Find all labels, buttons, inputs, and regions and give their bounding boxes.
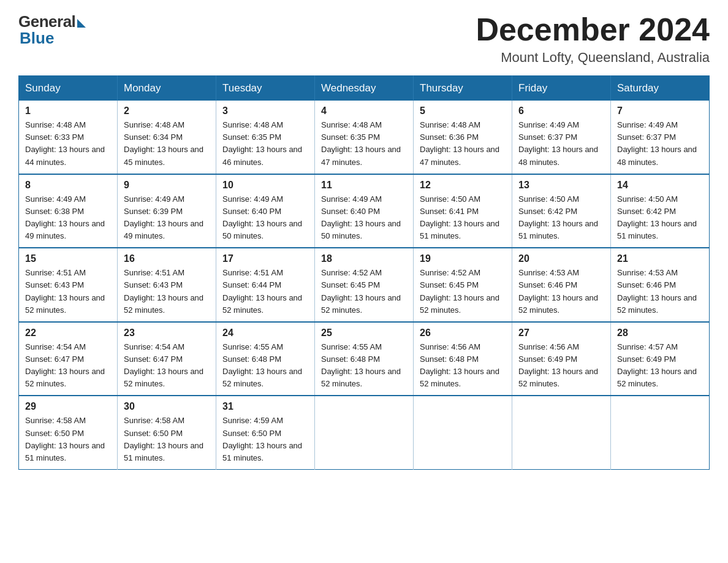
day-info: Sunrise: 4:49 AMSunset: 6:37 PMDaylight:…: [617, 120, 697, 166]
day-info: Sunrise: 4:50 AMSunset: 6:41 PMDaylight:…: [420, 194, 499, 240]
calendar-cell: 9Sunrise: 4:49 AMSunset: 6:39 PMDaylight…: [118, 174, 216, 248]
day-number: 5: [420, 105, 506, 117]
logo-blue-text: Blue: [18, 29, 54, 48]
day-info: Sunrise: 4:51 AMSunset: 6:43 PMDaylight:…: [124, 268, 203, 314]
day-info: Sunrise: 4:52 AMSunset: 6:45 PMDaylight:…: [321, 268, 401, 314]
day-number: 22: [25, 327, 111, 339]
calendar-cell: 22Sunrise: 4:54 AMSunset: 6:47 PMDayligh…: [19, 322, 118, 396]
day-number: 14: [617, 180, 703, 191]
day-number: 20: [518, 253, 604, 264]
calendar-cell: [512, 396, 611, 469]
day-info: Sunrise: 4:48 AMSunset: 6:35 PMDaylight:…: [321, 120, 401, 166]
day-info: Sunrise: 4:49 AMSunset: 6:39 PMDaylight:…: [124, 194, 203, 240]
calendar-cell: 25Sunrise: 4:55 AMSunset: 6:48 PMDayligh…: [315, 322, 414, 396]
calendar-cell: 26Sunrise: 4:56 AMSunset: 6:48 PMDayligh…: [414, 322, 512, 396]
day-info: Sunrise: 4:48 AMSunset: 6:33 PMDaylight:…: [25, 120, 105, 166]
day-info: Sunrise: 4:54 AMSunset: 6:47 PMDaylight:…: [124, 342, 203, 388]
day-info: Sunrise: 4:53 AMSunset: 6:46 PMDaylight:…: [617, 268, 697, 314]
day-number: 7: [617, 105, 703, 117]
logo-arrow-icon: [77, 19, 86, 28]
calendar-cell: [611, 396, 710, 469]
header-sunday: Sunday: [19, 76, 118, 101]
day-number: 17: [222, 253, 308, 264]
day-number: 13: [518, 180, 604, 191]
day-number: 10: [222, 180, 308, 191]
header-friday: Friday: [512, 76, 611, 101]
calendar-cell: 3Sunrise: 4:48 AMSunset: 6:35 PMDaylight…: [216, 101, 315, 174]
calendar-week-row: 15Sunrise: 4:51 AMSunset: 6:43 PMDayligh…: [19, 248, 710, 322]
day-number: 12: [420, 180, 506, 191]
day-info: Sunrise: 4:58 AMSunset: 6:50 PMDaylight:…: [25, 416, 105, 462]
calendar-week-row: 8Sunrise: 4:49 AMSunset: 6:38 PMDaylight…: [19, 174, 710, 248]
calendar-header-row: SundayMondayTuesdayWednesdayThursdayFrid…: [19, 76, 710, 101]
calendar-cell: 2Sunrise: 4:48 AMSunset: 6:34 PMDaylight…: [118, 101, 216, 174]
day-number: 2: [124, 105, 210, 117]
calendar-cell: 30Sunrise: 4:58 AMSunset: 6:50 PMDayligh…: [118, 396, 216, 469]
title-block: December 2024 Mount Lofty, Queensland, A…: [476, 12, 710, 66]
day-info: Sunrise: 4:51 AMSunset: 6:44 PMDaylight:…: [222, 268, 302, 314]
day-info: Sunrise: 4:49 AMSunset: 6:40 PMDaylight:…: [222, 194, 302, 240]
calendar-cell: 16Sunrise: 4:51 AMSunset: 6:43 PMDayligh…: [118, 248, 216, 322]
header-saturday: Saturday: [611, 76, 710, 101]
calendar-cell: 11Sunrise: 4:49 AMSunset: 6:40 PMDayligh…: [315, 174, 414, 248]
calendar-cell: 13Sunrise: 4:50 AMSunset: 6:42 PMDayligh…: [512, 174, 611, 248]
day-info: Sunrise: 4:49 AMSunset: 6:40 PMDaylight:…: [321, 194, 401, 240]
calendar-cell: 15Sunrise: 4:51 AMSunset: 6:43 PMDayligh…: [19, 248, 118, 322]
day-info: Sunrise: 4:56 AMSunset: 6:49 PMDaylight:…: [518, 342, 598, 388]
day-info: Sunrise: 4:58 AMSunset: 6:50 PMDaylight:…: [124, 416, 203, 462]
header-tuesday: Tuesday: [216, 76, 315, 101]
day-number: 24: [222, 327, 308, 339]
calendar-cell: 1Sunrise: 4:48 AMSunset: 6:33 PMDaylight…: [19, 101, 118, 174]
calendar-cell: 5Sunrise: 4:48 AMSunset: 6:36 PMDaylight…: [414, 101, 512, 174]
day-info: Sunrise: 4:48 AMSunset: 6:34 PMDaylight:…: [124, 120, 203, 166]
calendar-cell: 4Sunrise: 4:48 AMSunset: 6:35 PMDaylight…: [315, 101, 414, 174]
calendar-subtitle: Mount Lofty, Queensland, Australia: [476, 50, 710, 66]
calendar-cell: 7Sunrise: 4:49 AMSunset: 6:37 PMDaylight…: [611, 101, 710, 174]
day-info: Sunrise: 4:54 AMSunset: 6:47 PMDaylight:…: [25, 342, 105, 388]
day-number: 11: [321, 180, 407, 191]
day-number: 1: [25, 105, 111, 117]
day-info: Sunrise: 4:53 AMSunset: 6:46 PMDaylight:…: [518, 268, 598, 314]
day-number: 4: [321, 105, 407, 117]
day-number: 30: [124, 401, 210, 412]
calendar-cell: 20Sunrise: 4:53 AMSunset: 6:46 PMDayligh…: [512, 248, 611, 322]
calendar-week-row: 29Sunrise: 4:58 AMSunset: 6:50 PMDayligh…: [19, 396, 710, 469]
day-info: Sunrise: 4:48 AMSunset: 6:36 PMDaylight:…: [420, 120, 499, 166]
day-number: 15: [25, 253, 111, 264]
day-number: 25: [321, 327, 407, 339]
calendar-cell: 14Sunrise: 4:50 AMSunset: 6:42 PMDayligh…: [611, 174, 710, 248]
day-number: 21: [617, 253, 703, 264]
calendar-cell: [315, 396, 414, 469]
day-info: Sunrise: 4:55 AMSunset: 6:48 PMDaylight:…: [321, 342, 401, 388]
day-info: Sunrise: 4:55 AMSunset: 6:48 PMDaylight:…: [222, 342, 302, 388]
calendar-cell: 18Sunrise: 4:52 AMSunset: 6:45 PMDayligh…: [315, 248, 414, 322]
calendar-cell: 17Sunrise: 4:51 AMSunset: 6:44 PMDayligh…: [216, 248, 315, 322]
day-number: 28: [617, 327, 703, 339]
header-thursday: Thursday: [414, 76, 512, 101]
day-number: 18: [321, 253, 407, 264]
day-info: Sunrise: 4:51 AMSunset: 6:43 PMDaylight:…: [25, 268, 105, 314]
day-number: 29: [25, 401, 111, 412]
day-info: Sunrise: 4:57 AMSunset: 6:49 PMDaylight:…: [617, 342, 697, 388]
day-info: Sunrise: 4:59 AMSunset: 6:50 PMDaylight:…: [222, 416, 302, 462]
calendar-cell: 12Sunrise: 4:50 AMSunset: 6:41 PMDayligh…: [414, 174, 512, 248]
calendar-cell: 6Sunrise: 4:49 AMSunset: 6:37 PMDaylight…: [512, 101, 611, 174]
day-number: 6: [518, 105, 604, 117]
header-monday: Monday: [118, 76, 216, 101]
day-number: 19: [420, 253, 506, 264]
day-number: 9: [124, 180, 210, 191]
calendar-week-row: 22Sunrise: 4:54 AMSunset: 6:47 PMDayligh…: [19, 322, 710, 396]
calendar-cell: 19Sunrise: 4:52 AMSunset: 6:45 PMDayligh…: [414, 248, 512, 322]
calendar-table: SundayMondayTuesdayWednesdayThursdayFrid…: [18, 75, 710, 470]
day-info: Sunrise: 4:49 AMSunset: 6:37 PMDaylight:…: [518, 120, 598, 166]
day-number: 3: [222, 105, 308, 117]
calendar-week-row: 1Sunrise: 4:48 AMSunset: 6:33 PMDaylight…: [19, 101, 710, 174]
day-info: Sunrise: 4:52 AMSunset: 6:45 PMDaylight:…: [420, 268, 499, 314]
day-number: 31: [222, 401, 308, 412]
day-number: 16: [124, 253, 210, 264]
calendar-cell: 23Sunrise: 4:54 AMSunset: 6:47 PMDayligh…: [118, 322, 216, 396]
calendar-cell: 27Sunrise: 4:56 AMSunset: 6:49 PMDayligh…: [512, 322, 611, 396]
header-wednesday: Wednesday: [315, 76, 414, 101]
day-number: 23: [124, 327, 210, 339]
day-number: 27: [518, 327, 604, 339]
